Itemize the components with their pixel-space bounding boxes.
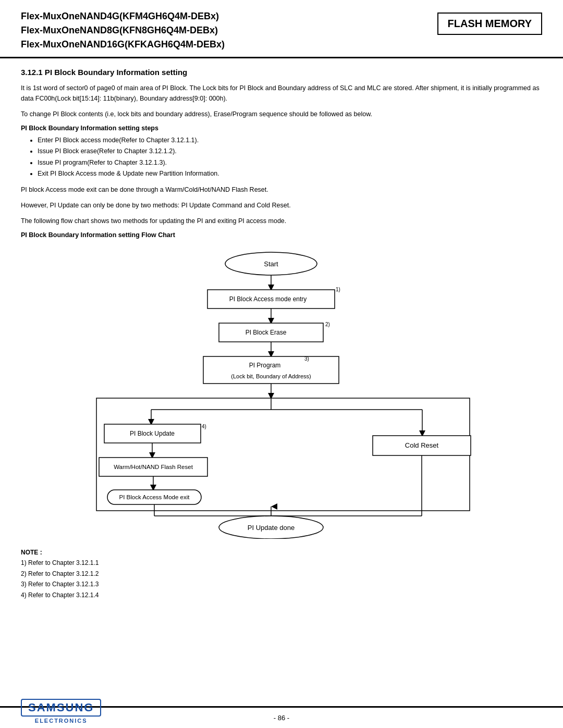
svg-text:2): 2) xyxy=(325,322,330,327)
electronics-label: ELECTRONICS xyxy=(35,718,88,724)
note-label: NOTE : xyxy=(21,549,42,556)
flowchart-svg-clean: Start PI Block Access mode entry 1) PI B… xyxy=(21,247,542,539)
samsung-logo: SAMSUNG xyxy=(21,699,101,717)
note-2: 2) Refer to Chapter 3.12.1.2 xyxy=(21,570,99,577)
svg-text:1): 1) xyxy=(336,287,340,292)
svg-text:3): 3) xyxy=(304,356,309,362)
page-header: Flex-MuxOneNAND4G(KFM4GH6Q4M-DEBx) Flex-… xyxy=(0,0,563,58)
title-line3: Flex-MuxOneNAND16G(KFKAGH6Q4M-DEBx) xyxy=(21,39,225,50)
flash-memory-badge: FLASH MEMORY xyxy=(437,13,542,35)
svg-text:PI Block Erase: PI Block Erase xyxy=(246,329,287,336)
page-footer: SAMSUNG ELECTRONICS - 86 - xyxy=(0,706,563,728)
title-line2: Flex-MuxOneNAND8G(KFN8GH6Q4M-DEBx) xyxy=(21,25,218,35)
para1: It is 1st word of sector0 of page0 of ma… xyxy=(21,83,542,104)
svg-text:Warm/Hot/NAND Flash Reset: Warm/Hot/NAND Flash Reset xyxy=(114,464,193,470)
para2: To change PI Block contents (i.e, lock b… xyxy=(21,109,542,119)
note-4: 4) Refer to Chapter 3.12.1.4 xyxy=(21,591,99,599)
main-content: 3.12.1 PI Block Boundary Information set… xyxy=(0,58,563,706)
note-1: 1) Refer to Chapter 3.12.1.1 xyxy=(21,559,99,566)
svg-text:PI Update done: PI Update done xyxy=(248,524,295,532)
svg-text:PI Block Access mode entry: PI Block Access mode entry xyxy=(229,295,307,303)
svg-text:Cold Reset: Cold Reset xyxy=(405,441,439,449)
para5: The following flow chart shows two metho… xyxy=(21,216,542,226)
svg-text:(Lock bit, Boundary of Address: (Lock bit, Boundary of Address) xyxy=(231,373,311,379)
step-1: Enter PI Block access mode(Refer to Chap… xyxy=(38,135,542,146)
svg-rect-12 xyxy=(203,356,339,384)
step-3: Issue PI program(Refer to Chapter 3.12.1… xyxy=(38,157,542,168)
svg-text:PI Block Access Mode exit: PI Block Access Mode exit xyxy=(119,494,190,500)
note-3: 3) Refer to Chapter 3.12.1.3 xyxy=(21,581,99,588)
header-title: Flex-MuxOneNAND4G(KFM4GH6Q4M-DEBx) Flex-… xyxy=(21,9,225,52)
para4: However, PI Update can only be done by t… xyxy=(21,200,542,211)
para3: PI block Access mode exit can be done th… xyxy=(21,184,542,195)
svg-text:PI Block Update: PI Block Update xyxy=(130,430,175,437)
steps-list: Enter PI Block access mode(Refer to Chap… xyxy=(38,135,542,179)
section-title: 3.12.1 PI Block Boundary Information set… xyxy=(21,68,542,77)
step-2: Issue PI Block erase(Refer to Chapter 3.… xyxy=(38,146,542,157)
page-number: - 86 - xyxy=(274,714,289,722)
notes-section: NOTE : 1) Refer to Chapter 3.12.1.1 2) R… xyxy=(21,547,542,600)
flowchart-container: Start PI Block Access mode entry 1) PI B… xyxy=(21,247,542,539)
samsung-logo-area: SAMSUNG ELECTRONICS xyxy=(21,699,101,724)
flowchart-label: PI Block Boundary Information setting Fl… xyxy=(21,231,542,239)
title-line1: Flex-MuxOneNAND4G(KFM4GH6Q4M-DEBx) xyxy=(21,11,219,21)
step-4: Exit PI Block Access mode & Update new P… xyxy=(38,168,542,179)
svg-text:4): 4) xyxy=(202,424,206,429)
svg-text:PI Program: PI Program xyxy=(249,362,281,369)
page: Flex-MuxOneNAND4G(KFM4GH6Q4M-DEBx) Flex-… xyxy=(0,0,563,728)
svg-text:Start: Start xyxy=(264,260,278,268)
steps-label: PI Block Boundary Information setting st… xyxy=(21,125,542,132)
